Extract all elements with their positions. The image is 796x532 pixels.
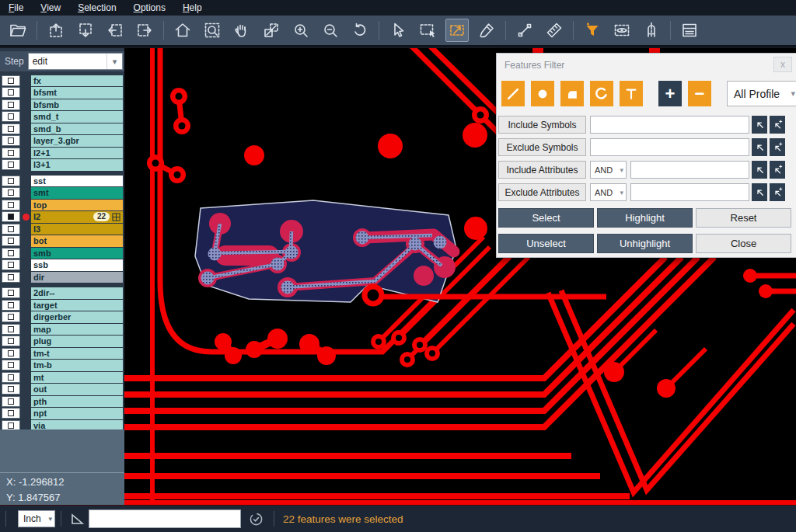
highlight-button[interactable]: Highlight	[597, 208, 693, 228]
layer-name[interactable]: bfsmt	[31, 87, 123, 99]
layer-name[interactable]: top	[31, 200, 123, 211]
layer-row-target[interactable]: target	[0, 299, 124, 311]
layer-row-fx[interactable]: fx	[0, 75, 124, 87]
layer-row-smd_b[interactable]: smd_b	[0, 123, 124, 135]
layer-name[interactable]: tm-t	[31, 348, 123, 360]
layer-visibility-checkbox[interactable]	[2, 384, 20, 395]
include-symbols-pick-button[interactable]	[752, 116, 767, 134]
layer-row-2dir--[interactable]: 2dir--	[0, 287, 124, 300]
layer-name[interactable]: bfsmb	[31, 99, 123, 111]
snap-magnet-button[interactable]	[640, 19, 663, 42]
include-attributes-input[interactable]	[630, 161, 749, 179]
layer-visibility-checkbox[interactable]	[2, 187, 20, 198]
layer-name[interactable]: smt	[31, 187, 123, 199]
exclude-attributes-operator-dropdown[interactable]: AND▾	[590, 183, 627, 201]
layer-row-map[interactable]: map	[0, 323, 124, 336]
select-cursor-button[interactable]	[386, 19, 410, 42]
layer-visibility-checkbox[interactable]	[2, 87, 20, 98]
zoom-in-button[interactable]	[289, 19, 312, 42]
exclude-symbols-pick-button[interactable]	[752, 138, 767, 156]
menu-view[interactable]: View	[32, 0, 69, 16]
units-dropdown[interactable]: Inch ▾	[18, 510, 55, 527]
open-folder-button[interactable]	[6, 19, 30, 42]
zoom-out-button[interactable]	[319, 19, 342, 42]
pan-down-button[interactable]	[74, 19, 97, 42]
layer-row-l3[interactable]: l3	[0, 223, 124, 235]
layer-visibility-checkbox[interactable]	[2, 224, 20, 235]
layer-visibility-checkbox[interactable]	[2, 272, 20, 283]
layer-visibility-checkbox[interactable]	[2, 408, 20, 419]
menu-file[interactable]: File	[0, 0, 32, 16]
command-input[interactable]	[89, 509, 241, 528]
layer-name[interactable]: l3	[31, 224, 123, 235]
layer-name[interactable]: ssb	[31, 259, 123, 271]
layer-row-layer_3.gbr[interactable]: layer_3.gbr	[0, 135, 124, 148]
layer-visibility-checkbox[interactable]	[2, 135, 20, 146]
include-symbols-pick-add-button[interactable]	[770, 116, 785, 134]
include-symbols-input[interactable]	[590, 116, 749, 134]
layer-visibility-checkbox[interactable]	[2, 324, 20, 335]
layer-name[interactable]: out	[31, 384, 123, 395]
layer-visibility-checkbox[interactable]	[2, 176, 20, 186]
layer-row-ssb[interactable]: ssb	[0, 259, 124, 272]
layer-row-plug[interactable]: plug	[0, 336, 124, 348]
unselect-button[interactable]: Unselect	[498, 234, 594, 253]
layer-visibility-checkbox[interactable]	[2, 396, 20, 407]
layer-row-bot[interactable]: bot	[0, 235, 124, 248]
layer-visibility-checkbox[interactable]	[2, 159, 20, 170]
layer-visibility-checkbox[interactable]	[2, 248, 20, 259]
zoom-window-button[interactable]	[260, 19, 283, 42]
view-options-eye-button[interactable]	[610, 19, 634, 42]
exclude-attributes-pick-button[interactable]	[752, 183, 767, 201]
layer-visibility-checkbox[interactable]	[2, 123, 20, 134]
include-attributes-button[interactable]: Include Attributes	[498, 161, 586, 179]
layer-visibility-checkbox[interactable]	[2, 348, 20, 359]
layer-visibility-checkbox[interactable]	[2, 300, 20, 311]
pan-left-button[interactable]	[103, 19, 127, 42]
layer-row-smb[interactable]: smb	[0, 247, 124, 259]
pan-right-button[interactable]	[133, 19, 156, 42]
layer-row-l3+1[interactable]: l3+1	[0, 159, 124, 172]
layer-name[interactable]: npt	[31, 408, 123, 419]
layer-name[interactable]: mt	[31, 372, 123, 384]
layer-name[interactable]: plug	[31, 336, 123, 347]
dialog-close-button[interactable]: x	[773, 57, 792, 72]
select-rectangle-button[interactable]	[416, 19, 439, 42]
step-dropdown[interactable]: edit ▾	[28, 53, 123, 70]
layer-name[interactable]: l3+1	[31, 159, 123, 171]
zoom-area-button[interactable]	[201, 19, 224, 42]
layer-row-top[interactable]: top	[0, 199, 124, 211]
layer-visibility-checkbox[interactable]	[2, 99, 20, 110]
profile-dropdown[interactable]: All Profile▾	[727, 81, 796, 106]
exclude-symbols-input[interactable]	[590, 138, 749, 156]
layer-row-smd_t[interactable]: smd_t	[0, 111, 124, 123]
layer-row-dirgerber[interactable]: dirgerber	[0, 311, 124, 324]
layer-visibility-checkbox[interactable]	[2, 111, 20, 122]
menu-help[interactable]: Help	[174, 0, 211, 16]
layer-visibility-checkbox[interactable]	[2, 360, 20, 370]
layer-row-tm-b[interactable]: tm-b	[0, 360, 124, 372]
close-button[interactable]: Close	[696, 234, 791, 253]
layer-visibility-checkbox[interactable]	[2, 259, 20, 270]
layer-name[interactable]: l2+1	[31, 148, 123, 159]
surface-feature-button[interactable]	[560, 81, 584, 106]
layer-visibility-checkbox[interactable]	[2, 75, 20, 86]
layer-row-tm-t[interactable]: tm-t	[0, 347, 124, 360]
layer-row-sst[interactable]: sst	[0, 175, 124, 187]
exclude-attributes-button[interactable]: Exclude Attributes	[498, 183, 586, 201]
layer-name[interactable]: sst	[31, 176, 123, 187]
add-filter-button[interactable]: +	[658, 81, 682, 106]
layer-visibility-checkbox[interactable]	[2, 311, 20, 322]
menu-options[interactable]: Options	[125, 0, 174, 16]
menu-selection[interactable]: Selection	[69, 0, 124, 16]
layer-visibility-checkbox[interactable]	[2, 372, 20, 383]
unhighlight-button[interactable]: Unhighlight	[597, 234, 693, 253]
include-attributes-operator-dropdown[interactable]: AND▾	[590, 161, 627, 179]
line-feature-button[interactable]	[501, 81, 525, 106]
layer-name[interactable]: dir	[31, 272, 123, 283]
layer-row-bfsmt[interactable]: bfsmt	[0, 87, 124, 99]
select-features-button[interactable]	[445, 19, 469, 42]
layer-row-dir[interactable]: dir	[0, 271, 124, 283]
layer-name[interactable]: l222	[31, 211, 123, 223]
layer-name[interactable]: smd_t	[31, 111, 123, 123]
